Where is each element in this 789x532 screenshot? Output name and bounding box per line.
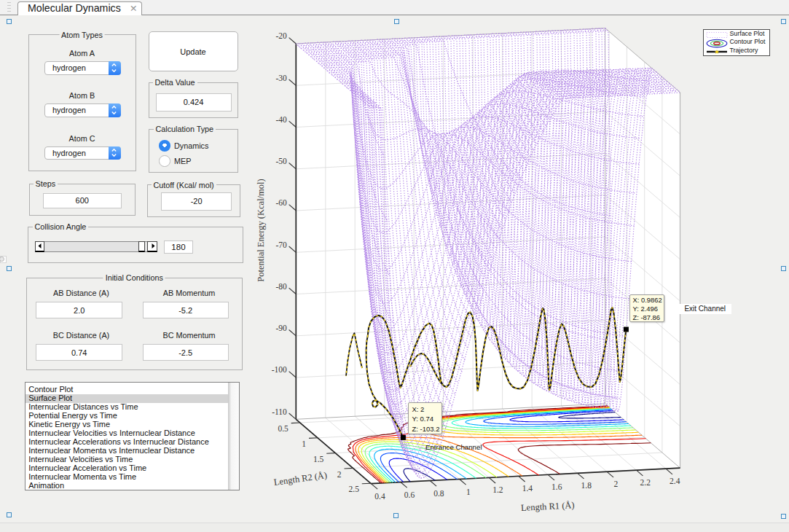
svg-text:0.5: 0.5 [278,424,288,433]
svg-text:-70: -70 [275,240,287,249]
svg-text:-110: -110 [272,407,287,416]
svg-text:Potential Energy (Kcal/mol): Potential Energy (Kcal/mol) [256,179,266,281]
svg-text:-80: -80 [275,282,287,291]
svg-text:2: 2 [337,470,342,479]
svg-text:1: 1 [466,488,471,496]
svg-text:2.5: 2.5 [349,485,360,493]
svg-text:-90: -90 [275,324,287,332]
svg-text:-100: -100 [272,365,287,374]
svg-text:0.6: 0.6 [404,490,415,499]
svg-text:0.4: 0.4 [374,492,385,501]
svg-text:-40: -40 [275,115,287,124]
svg-text:1.2: 1.2 [492,485,503,494]
svg-text:-60: -60 [275,198,287,207]
svg-text:-20: -20 [275,31,287,40]
svg-text:1.6: 1.6 [551,482,562,491]
svg-text:1: 1 [302,439,306,448]
svg-text:1.4: 1.4 [522,484,533,493]
svg-text:2.2: 2.2 [640,478,651,487]
svg-text:1.8: 1.8 [581,481,592,490]
svg-text:2: 2 [613,480,618,488]
svg-text:Length R2 (Å): Length R2 (Å) [273,470,328,488]
svg-text:Length R1 (Å): Length R1 (Å) [521,500,575,513]
svg-text:-50: -50 [275,157,287,165]
svg-text:-30: -30 [275,74,287,82]
svg-text:2.4: 2.4 [670,477,680,485]
svg-text:0.8: 0.8 [433,489,444,498]
svg-text:1.5: 1.5 [313,455,324,463]
